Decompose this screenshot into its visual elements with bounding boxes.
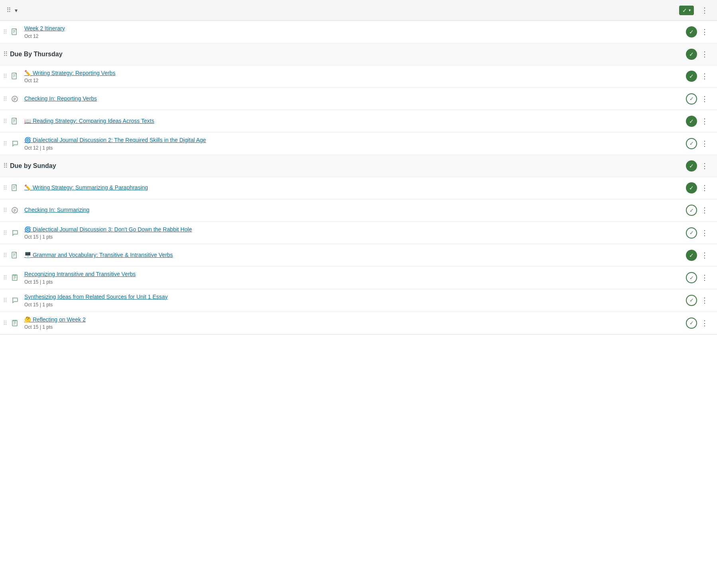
section-drag-handle[interactable]: ⠿ (3, 162, 8, 170)
module-item-row: ⠿ Synthesizing Ideas from Related Source… (0, 289, 717, 312)
item-more-button[interactable]: ⋮ (699, 204, 711, 216)
section-actions: ✓ ⋮ (686, 48, 711, 60)
item-title[interactable]: 🌀 Dialectical Journal Discussion 3: Don'… (24, 226, 686, 234)
item-title[interactable]: Checking In: Summarizing (24, 206, 686, 214)
item-publish-status[interactable]: ✓ (686, 116, 697, 127)
item-title[interactable]: ✏️ Writing Strategy: Summarizing & Parap… (24, 184, 686, 192)
item-title[interactable]: Week 2 Itinerary (24, 25, 686, 33)
item-type-icon (9, 26, 20, 37)
publish-status-button[interactable]: ✓ ▾ (679, 6, 694, 15)
item-drag-handle[interactable]: ⠿ (3, 320, 7, 326)
item-actions: ✓ ⋮ (686, 294, 711, 306)
item-more-button[interactable]: ⋮ (699, 272, 711, 284)
item-publish-status[interactable]: ✓ (686, 295, 697, 306)
publish-check-icon: ✓ (682, 7, 687, 14)
section-header: ⠿ Due By Thursday ✓ ⋮ (0, 43, 717, 65)
item-more-button[interactable]: ⋮ (699, 227, 711, 239)
item-actions: ✓ ⋮ (686, 115, 711, 127)
item-publish-status[interactable]: ✓ (686, 318, 697, 329)
item-drag-handle[interactable]: ⠿ (3, 73, 7, 79)
item-type-icon (9, 138, 20, 149)
section-title: Due By Thursday (10, 51, 686, 58)
item-content: Recognizing Intransitive and Transitive … (24, 270, 686, 285)
section-more-button[interactable]: ⋮ (699, 48, 711, 60)
item-more-button[interactable]: ⋮ (699, 115, 711, 127)
item-title[interactable]: ✏️ Writing Strategy: Reporting Verbs (24, 69, 686, 77)
item-publish-status[interactable]: ✓ (686, 93, 697, 105)
module-item-row: ⠿ 🤔 Reflecting on Week 2 Oct 15 | 1 pts … (0, 312, 717, 334)
section-more-button[interactable]: ⋮ (699, 160, 711, 172)
item-drag-handle[interactable]: ⠿ (3, 185, 7, 191)
item-more-button[interactable]: ⋮ (699, 93, 711, 105)
item-more-button[interactable]: ⋮ (699, 70, 711, 82)
item-more-button[interactable]: ⋮ (699, 317, 711, 329)
item-actions: ✓ ⋮ (686, 70, 711, 82)
item-more-button[interactable]: ⋮ (699, 182, 711, 194)
item-title[interactable]: Synthesizing Ideas from Related Sources … (24, 293, 686, 301)
item-drag-handle[interactable]: ⠿ (3, 118, 7, 124)
add-item-button[interactable] (694, 9, 699, 12)
item-more-button[interactable]: ⋮ (699, 138, 711, 150)
module-item-row: ⠿ 🌀 Dialectical Journal Discussion 3: Do… (0, 222, 717, 245)
module-collapse-button[interactable]: ▾ (13, 6, 19, 14)
item-actions: ✓ ⋮ (686, 93, 711, 105)
item-actions: ✓ ⋮ (686, 26, 711, 38)
item-drag-handle[interactable]: ⠿ (3, 252, 7, 258)
item-more-button[interactable]: ⋮ (699, 249, 711, 261)
item-content: 📖 Reading Strategy: Comparing Ideas Acro… (24, 117, 686, 125)
item-more-button[interactable]: ⋮ (699, 294, 711, 306)
item-title[interactable]: Recognizing Intransitive and Transitive … (24, 270, 686, 278)
section-title: Due by Sunday (10, 162, 686, 170)
item-title[interactable]: Checking In: Reporting Verbs (24, 95, 686, 103)
item-title[interactable]: 📖 Reading Strategy: Comparing Ideas Acro… (24, 117, 686, 125)
module-items-list: ⠿ Week 2 Itinerary Oct 12 ✓ ⋮ ⠿ Due By T… (0, 21, 717, 335)
item-publish-status[interactable]: ✓ (686, 227, 697, 239)
module-item-row: ⠿ ✏️ Writing Strategy: Summarizing & Par… (0, 177, 717, 199)
item-content: 🤔 Reflecting on Week 2 Oct 15 | 1 pts (24, 316, 686, 330)
module-more-button[interactable]: ⋮ (699, 4, 711, 16)
item-publish-status[interactable]: ✓ (686, 250, 697, 261)
item-drag-handle[interactable]: ⠿ (3, 140, 7, 147)
item-type-icon (9, 295, 20, 306)
item-drag-handle[interactable]: ⠿ (3, 207, 7, 213)
item-more-button[interactable]: ⋮ (699, 26, 711, 38)
item-drag-handle[interactable]: ⠿ (3, 297, 7, 304)
item-title[interactable]: 🌀 Dialectical Journal Discussion 2: The … (24, 136, 686, 144)
section-header: ⠿ Due by Sunday ✓ ⋮ (0, 155, 717, 177)
module-item-row: ⠿ Recognizing Intransitive and Transitiv… (0, 266, 717, 289)
item-drag-handle[interactable]: ⠿ (3, 96, 7, 102)
item-content: Week 2 Itinerary Oct 12 (24, 25, 686, 39)
item-actions: ✓ ⋮ (686, 317, 711, 329)
section-publish-status[interactable]: ✓ (686, 49, 697, 60)
item-publish-status[interactable]: ✓ (686, 272, 697, 283)
module-drag-handle[interactable]: ⠿ (6, 6, 11, 14)
item-actions: ✓ ⋮ (686, 272, 711, 284)
item-title[interactable]: 🖥️ Grammar and Vocabulary: Transitive & … (24, 251, 686, 259)
item-publish-status[interactable]: ✓ (686, 205, 697, 216)
item-drag-handle[interactable]: ⠿ (3, 230, 7, 236)
item-actions: ✓ ⋮ (686, 204, 711, 216)
item-actions: ✓ ⋮ (686, 138, 711, 150)
item-content: Checking In: Reporting Verbs (24, 95, 686, 103)
item-drag-handle[interactable]: ⠿ (3, 29, 7, 35)
item-meta: Oct 12 (24, 78, 686, 83)
module-item-row: ⠿ Week 2 Itinerary Oct 12 ✓ ⋮ (0, 21, 717, 43)
module-item-row: ⠿ Checking In: Summarizing ✓ ⋮ (0, 199, 717, 222)
item-publish-status[interactable]: ✓ (686, 26, 697, 37)
item-type-icon (9, 318, 20, 329)
item-publish-status[interactable]: ✓ (686, 182, 697, 193)
section-publish-status[interactable]: ✓ (686, 160, 697, 172)
item-title[interactable]: 🤔 Reflecting on Week 2 (24, 316, 686, 324)
item-type-icon (9, 250, 20, 261)
item-actions: ✓ ⋮ (686, 227, 711, 239)
item-content: 🖥️ Grammar and Vocabulary: Transitive & … (24, 251, 686, 259)
item-publish-status[interactable]: ✓ (686, 138, 697, 149)
section-drag-handle[interactable]: ⠿ (3, 50, 8, 58)
item-type-icon (9, 71, 20, 82)
item-content: ✏️ Writing Strategy: Reporting Verbs Oct… (24, 69, 686, 84)
item-meta: Oct 15 | 1 pts (24, 279, 686, 285)
module-item-row: ⠿ Checking In: Reporting Verbs ✓ ⋮ (0, 88, 717, 110)
item-drag-handle[interactable]: ⠿ (3, 274, 7, 281)
item-publish-status[interactable]: ✓ (686, 71, 697, 82)
module-item-row: ⠿ 📖 Reading Strategy: Comparing Ideas Ac… (0, 110, 717, 132)
